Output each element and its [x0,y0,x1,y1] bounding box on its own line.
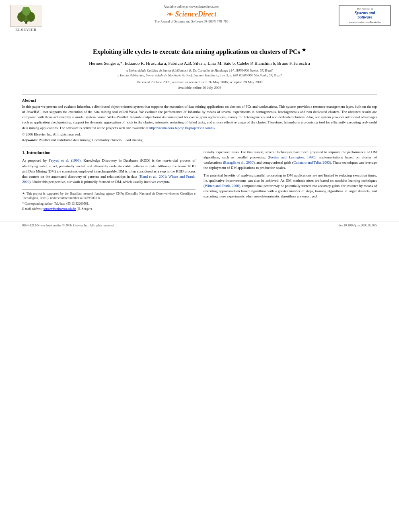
witten-ref-1[interactable]: Witten and Frank, 2000 [22,175,195,184]
section-1-title: 1. Introduction [22,150,195,156]
freitas-ref[interactable]: Freitas and Lavington, 1998 [269,155,314,159]
intro-para-1: As proposed by Fayyad et al. (1996), Kno… [22,158,195,184]
page-header: ELSEVIER Available online at www.science… [0,0,399,36]
title-text: Exploiting idle cycles to execute data m… [93,48,300,55]
baraglia-ref[interactable]: Baraglia et al., 2000 [224,160,253,164]
page: ELSEVIER Available online at www.science… [0,0,399,532]
footnotes: ★ This project is supported by the Brazi… [22,189,195,212]
journal-citation: The Journal of Systems and Software 80 (… [154,20,228,23]
divider-1 [22,94,377,95]
affiliations: a Universidade Católica de Santos (UniSa… [22,68,377,78]
keywords: Keywords: Parallel and distributed data … [22,138,377,142]
hand-ref[interactable]: Hand et al., 2001 [140,175,166,179]
col-right: tionally expensive tasks. For this reaso… [204,150,377,212]
journal-subtitle: Software [342,15,388,19]
footnote-corresponding: * Corresponding author. Tel./fax: +55 13… [22,201,195,206]
article-body: Exploiting idle cycles to execute data m… [0,36,399,219]
available-online-text: Available online at www.sciencedirect.co… [164,5,220,8]
footer-doi: doi:10.1016/j.jss.2006.05.035 [339,224,377,227]
copyright-text: © 2006 Elsevier Inc. All rights reserved… [22,132,377,136]
sciencedirect-header: Available online at www.sciencedirect.co… [44,5,339,23]
sciencedirect-logo: ❧ ScienceDirect [167,9,216,19]
intro-para-3: The potential benefits of applying paral… [204,173,377,199]
affiliation-b: b Escola Politécnica, Universidade de Sã… [22,73,377,78]
elsevier-logo: ELSEVIER [8,5,44,32]
canataro-ref[interactable]: Canataro and Talia, 2003 [294,160,330,164]
star-footnote: ★ [302,47,306,53]
abstract-section: Abstract In this paper we present and ev… [22,98,377,142]
footnote-email: E-mail address: senger@unisantos.edu.br … [22,207,195,211]
sciencedirect-brand: ScienceDirect [175,10,216,18]
abstract-title: Abstract [22,98,377,103]
abstract-text: In this paper we present and evaluate In… [22,104,377,130]
article-title: Exploiting idle cycles to execute data m… [22,47,377,57]
article-dates: Received 23 June 2005; received in revis… [22,80,377,90]
divider-2 [22,146,377,146]
witten-ref-2[interactable]: Witten and Frank, 2000 [205,184,239,188]
sd-logo-icon: ❧ [167,9,173,19]
journal-url: www.elsevier.com/locate/jss [342,21,388,24]
page-footer: 0164-1212/$ - see front matter © 2006 El… [0,222,399,229]
footer-license: 0164-1212/$ - see front matter © 2006 El… [22,224,114,227]
intro-para-2: tionally expensive tasks. For this reaso… [204,150,377,170]
col-left: 1. Introduction As proposed by Fayyad et… [22,150,195,212]
header-top: ELSEVIER Available online at www.science… [8,5,391,32]
authors: Hermes Senger a,*, Eduardo R. Hruschka a… [22,60,377,67]
project-url[interactable]: http://incubadora.fapesp.br/projects/inh… [149,126,215,130]
affiliation-a: a Universidade Católica de Santos (UniSa… [22,68,377,73]
introduction-section: 1. Introduction As proposed by Fayyad et… [22,150,377,212]
fayyad-ref[interactable]: Fayyad et al. (1996) [49,158,81,162]
journal-name: Systems and [342,10,388,15]
svg-point-5 [25,21,27,23]
email-link[interactable]: senger@unisantos.edu.br [43,207,76,211]
footnote-star: ★ This project is supported by the Brazi… [22,191,195,200]
keywords-text: Parallel and distributed data mining; Co… [39,138,142,142]
journal-box: The Journal of Systems and Software www.… [339,5,391,26]
elsevier-tree-graphic [10,5,42,27]
journal-the-label: The Journal of [342,7,388,10]
keywords-label: Keywords: [22,138,38,142]
authors-text: Hermes Senger a,*, Eduardo R. Hruschka a… [89,61,310,66]
elsevier-brand-text: ELSEVIER [15,28,37,32]
